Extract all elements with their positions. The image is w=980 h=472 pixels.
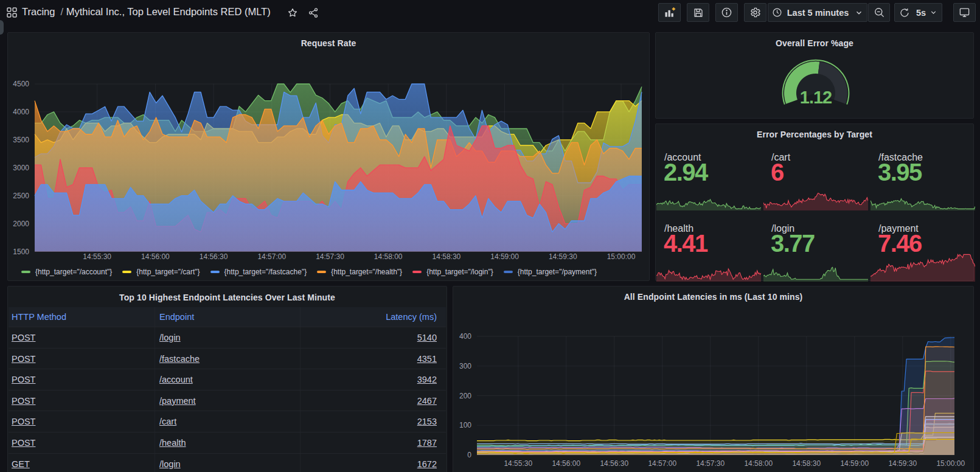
svg-text:3000: 3000 [13, 164, 29, 172]
svg-text:14:58:00: 14:58:00 [744, 459, 773, 468]
svg-text:14:58:00: 14:58:00 [374, 252, 403, 261]
svg-text:4500: 4500 [13, 80, 29, 88]
svg-text:1500: 1500 [13, 248, 29, 256]
svg-text:14:59:30: 14:59:30 [549, 252, 577, 261]
svg-text:14:57:30: 14:57:30 [316, 252, 344, 261]
svg-text:14:59:30: 14:59:30 [888, 459, 917, 468]
svg-text:4000: 4000 [13, 108, 29, 116]
svg-text:1.12: 1.12 [800, 88, 832, 107]
svg-text:0: 0 [467, 451, 471, 459]
svg-text:14:58:30: 14:58:30 [433, 252, 461, 261]
svg-text:15:00:00: 15:00:00 [607, 252, 636, 261]
svg-text:15:00:00: 15:00:00 [936, 459, 965, 468]
svg-text:14:56:00: 14:56:00 [141, 252, 170, 261]
svg-text:2500: 2500 [13, 192, 29, 200]
svg-text:14:56:30: 14:56:30 [600, 459, 628, 468]
svg-text:14:56:30: 14:56:30 [200, 252, 228, 261]
svg-text:14:57:30: 14:57:30 [696, 459, 725, 468]
svg-text:14:56:00: 14:56:00 [552, 459, 580, 468]
svg-text:14:57:00: 14:57:00 [648, 459, 676, 468]
svg-text:200: 200 [459, 392, 471, 400]
svg-text:14:59:00: 14:59:00 [490, 252, 519, 261]
svg-text:14:55:30: 14:55:30 [504, 459, 532, 468]
svg-text:3500: 3500 [13, 136, 29, 144]
svg-text:300: 300 [459, 362, 471, 370]
svg-text:14:57:00: 14:57:00 [257, 252, 286, 261]
svg-text:2000: 2000 [13, 220, 29, 228]
svg-text:14:59:00: 14:59:00 [840, 459, 869, 468]
svg-text:400: 400 [459, 332, 471, 341]
svg-text:100: 100 [459, 421, 471, 429]
svg-text:14:58:30: 14:58:30 [792, 459, 821, 468]
svg-text:14:55:30: 14:55:30 [83, 252, 111, 261]
